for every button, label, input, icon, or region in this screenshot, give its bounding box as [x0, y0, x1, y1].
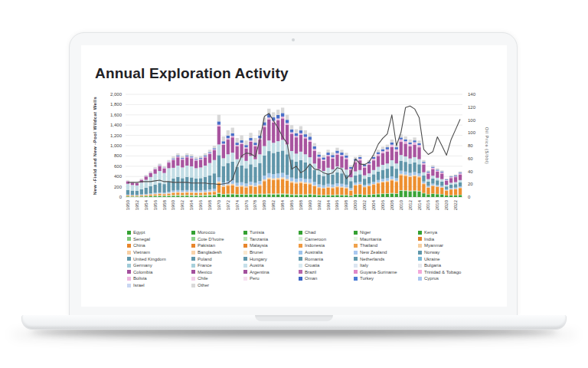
bar-segment [231, 186, 234, 194]
bar-segment [445, 179, 448, 179]
legend-item: Thailand [354, 242, 418, 249]
bar-segment [354, 176, 357, 182]
bar-segment [322, 188, 325, 189]
bar-segment [258, 186, 261, 193]
bar-segment [158, 183, 161, 192]
svg-text:1972: 1972 [226, 199, 230, 210]
bar-segment [286, 120, 289, 123]
legend-item: Tanzania [243, 236, 299, 243]
svg-text:1,800: 1,800 [110, 102, 122, 107]
bar-segment [322, 157, 325, 159]
bar-segment [358, 157, 361, 159]
svg-text:1984: 1984 [280, 199, 285, 210]
bar-segment [244, 183, 247, 186]
bar-segment [363, 186, 366, 187]
bar-segment [395, 150, 398, 152]
bar-segment [190, 158, 193, 166]
bar-segment [272, 194, 275, 195]
bar-segment [449, 178, 452, 182]
bar-segment [440, 195, 443, 197]
legend-item: Chile [191, 275, 243, 282]
bar-segment [349, 165, 352, 166]
legend-swatch [418, 257, 422, 261]
legend-swatch [354, 231, 358, 235]
bar-segment [377, 180, 380, 182]
legend-item: Israel [127, 282, 191, 289]
bar-segment [326, 196, 329, 197]
bar-segment [276, 173, 279, 178]
bar-segment [253, 145, 256, 146]
legend-swatch [243, 244, 247, 248]
legend-swatch [191, 270, 195, 274]
bar-segment [372, 195, 375, 197]
bar-segment [304, 182, 307, 184]
bar-segment [349, 196, 352, 197]
legend-label: Other [198, 283, 209, 288]
legend-label: Tunisia [250, 230, 264, 235]
legend-label: Guyana-Suriname [360, 270, 397, 274]
bar-segment [253, 138, 256, 143]
bar-segment [335, 187, 338, 195]
legend-swatch [418, 277, 422, 281]
bar-segment [349, 177, 352, 181]
bar-segment [368, 186, 371, 186]
bar-segment [136, 191, 139, 195]
legend-swatch [299, 237, 302, 241]
bar-segment [304, 195, 307, 197]
legend-item: Norway [418, 249, 484, 256]
bar-segment [454, 196, 457, 197]
svg-text:400: 400 [114, 174, 122, 179]
bar-segment [185, 156, 188, 157]
bar-segment [217, 155, 220, 177]
bar-segment [140, 195, 143, 196]
bar-segment [281, 173, 284, 178]
bar-segment [417, 143, 420, 145]
bar-segment [158, 166, 161, 171]
bar-segment [222, 195, 225, 197]
bar-segment [372, 194, 375, 195]
bar-segment [149, 193, 152, 194]
bar-segment [426, 170, 430, 172]
bar-segment [131, 195, 134, 196]
bar-segment [354, 186, 357, 194]
bar-segment [185, 196, 188, 197]
bar-segment [208, 154, 211, 163]
legend-label: Romania [305, 257, 323, 261]
bar-segment [263, 176, 266, 179]
legend-item: Cyprus [418, 275, 484, 282]
bar-segment [417, 177, 420, 191]
bar-segment [449, 176, 452, 177]
bar-segment [436, 187, 439, 194]
bar-segment [249, 195, 252, 197]
bar-segment [181, 193, 184, 196]
bar-segment [331, 175, 334, 185]
bar-segment [290, 151, 293, 159]
bar-segment [381, 146, 384, 149]
bar-segment [440, 172, 443, 173]
legend-label: Pakistan [198, 243, 215, 248]
bar-segment [309, 184, 312, 194]
legend-label: Poland [198, 257, 212, 261]
svg-text:60: 60 [468, 156, 473, 161]
bar-segment [436, 169, 439, 170]
bar-segment [404, 176, 407, 190]
bar-segment [413, 172, 416, 175]
svg-text:1988: 1988 [299, 199, 303, 210]
bar-segment [227, 136, 230, 138]
legend-label: Cyprus [424, 276, 439, 281]
bar-segment [158, 193, 161, 194]
bar-segment [258, 194, 261, 195]
bar-segment [267, 117, 270, 119]
bar-segment [295, 136, 298, 137]
bar-segment [240, 194, 243, 195]
legend-label: Thailand [360, 243, 377, 248]
bar-segment [176, 177, 179, 190]
bar-segment [185, 190, 188, 192]
legend-label: New Zealand [360, 250, 387, 255]
bar-segment [318, 187, 321, 188]
bar-segment [322, 159, 325, 161]
bar-segment [358, 159, 361, 160]
bar-segment [267, 120, 270, 141]
legend-swatch [354, 270, 358, 274]
bar-segment [413, 157, 416, 163]
